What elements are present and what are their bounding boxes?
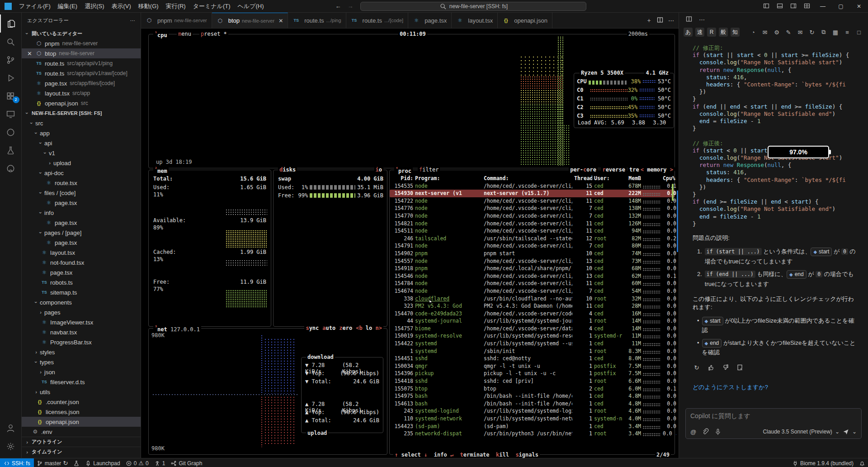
- process-row[interactable]: 154451sshdsshd: ced@notty1ced8.0M0.0: [390, 355, 675, 362]
- panel-toolbar-icon-0[interactable]: ◔: [749, 28, 758, 37]
- process-row[interactable]: 150019systemd-resolve/usr/lib/systemd/sy…: [390, 332, 675, 340]
- tab-openapi.json[interactable]: {}openapi.json: [498, 13, 552, 28]
- customize-layout-icon[interactable]: [800, 2, 814, 11]
- tree-file[interactable]: TSrobots.ts: [22, 277, 141, 287]
- problems-indicator[interactable]: 0 ⚠0: [123, 458, 151, 467]
- maximize-button[interactable]: ▢: [832, 0, 850, 13]
- split-editor-icon[interactable]: [656, 16, 664, 25]
- process-row[interactable]: 154902pnpmpnpm start10ced74M0.0: [390, 250, 675, 257]
- toggle-secondary-sidebar-icon[interactable]: [787, 2, 800, 11]
- activity-search[interactable]: [0, 33, 22, 51]
- tree-file[interactable]: ⚛not-found.tsx: [22, 257, 141, 267]
- process-row[interactable]: 154722node/home/ced/.vscode-server/cli/1…: [390, 197, 675, 205]
- timeline-section[interactable]: ›タイムライン: [22, 447, 141, 457]
- menu-2[interactable]: 選択(S): [81, 0, 108, 13]
- tree-folder[interactable]: ›files / [code]: [22, 188, 141, 198]
- ime-mode-button[interactable]: 般: [719, 28, 728, 37]
- open-editor-item[interactable]: ⚛page.tsxsrc/app/files/[code]: [22, 78, 141, 88]
- tree-file[interactable]: ⚛ImageViewer.tsx: [22, 317, 141, 327]
- tree-file[interactable]: {}licenses.json: [22, 407, 141, 417]
- activity-extensions[interactable]: 2: [0, 87, 22, 105]
- process-row[interactable]: 154757biome/home/ced/.vscode-server/data…: [390, 325, 675, 333]
- regenerate-icon[interactable]: ↻: [693, 363, 701, 372]
- process-row[interactable]: 154423(sd-pam)(sd-pam)1ced3.4M0.0: [390, 423, 675, 430]
- process-row[interactable]: 154975bash/bin/bash --init-file /home/c1…: [390, 392, 675, 400]
- menu-6[interactable]: ターミナル(T): [189, 0, 234, 13]
- process-row[interactable]: 154535node/home/ced/.vscode-server/cli/1…: [390, 182, 675, 190]
- tab-route.ts[interactable]: TSroute.ts.../ping: [288, 13, 346, 28]
- tree-file[interactable]: ⚙.env: [22, 427, 141, 437]
- net-toggle[interactable]: sync: [306, 325, 319, 331]
- tab-route.ts[interactable]: TSroute.ts.../[code]: [346, 13, 409, 28]
- net-b-selector[interactable]: <b lo n>: [356, 325, 382, 331]
- btop-interval[interactable]: 2000ms: [627, 31, 649, 37]
- process-row[interactable]: 154470code-e249dada23/home/ced/.vscode-s…: [390, 310, 675, 318]
- editor-scrollbar[interactable]: [677, 191, 678, 252]
- tab-btop[interactable]: ⬡btopnew-file-server✕: [212, 13, 288, 28]
- process-row[interactable]: 155075btopbtop2ced6.0M0.1: [390, 385, 675, 393]
- tab-page.tsx[interactable]: ⚛page.tsx: [408, 13, 452, 28]
- proc-footer-key[interactable]: ↑ select: [395, 452, 424, 458]
- new-terminal-tab-icon[interactable]: ＋: [646, 16, 652, 24]
- process-row[interactable]: 154613bash/bin/bash --init-file /home/c1…: [390, 400, 675, 408]
- close-editor-icon[interactable]: ✕: [27, 50, 33, 57]
- tree-file[interactable]: TSsitemap.ts: [22, 287, 141, 297]
- tree-folder[interactable]: ›pages / [page]: [22, 228, 141, 238]
- proc-reverse-button[interactable]: reverse: [601, 167, 627, 173]
- tree-folder[interactable]: ›v1: [22, 148, 141, 158]
- tab-close-icon[interactable]: ✕: [278, 18, 283, 24]
- tree-folder[interactable]: ›upload: [22, 158, 141, 168]
- ime-mode-button[interactable]: 速: [695, 28, 704, 37]
- tree-folder[interactable]: ›json: [22, 367, 141, 377]
- panel-toolbar-icon-3[interactable]: ✎: [784, 28, 793, 37]
- open-editor-item[interactable]: {}openapi.jsonsrc: [22, 98, 141, 108]
- proc-footer-key[interactable]: kill: [496, 452, 515, 458]
- ime-mode-button[interactable]: あ: [684, 28, 693, 37]
- tree-file[interactable]: ⚛page.tsx: [22, 198, 141, 208]
- btop-terminal[interactable]: ¹cpu menu preset * 00:11:09 2000ms up 3d…: [141, 29, 679, 458]
- process-row[interactable]: 154557node/home/ced/.vscode-server/cli/1…: [390, 257, 675, 265]
- proc-scrollbar[interactable]: [672, 184, 674, 201]
- activity-source-control[interactable]: [0, 51, 22, 69]
- panel-toolbar-icon-7[interactable]: ▦: [831, 28, 840, 37]
- model-picker-chevron-icon[interactable]: ⌄: [835, 429, 840, 435]
- followup-suggestion[interactable]: どのようにテストしますか?: [693, 383, 856, 391]
- back-icon[interactable]: ←: [335, 3, 341, 10]
- process-row[interactable]: 154784node/home/ced/.vscode-server/cli/1…: [390, 280, 675, 287]
- mention-icon[interactable]: @: [690, 429, 696, 435]
- process-row[interactable]: 1systemd/sbin/init1root8.3M0.0: [390, 348, 675, 355]
- tree-folder[interactable]: ›styles: [22, 347, 141, 357]
- panel-more-icon[interactable]: ⋯: [699, 16, 705, 23]
- tree-file[interactable]: ⚛route.tsx: [22, 178, 141, 188]
- process-row[interactable]: 154791node/home/ced/.vscode-server/cli/7…: [390, 242, 675, 250]
- editor-more-actions-icon[interactable]: ⋯: [668, 17, 674, 24]
- tree-folder[interactable]: ›app: [22, 128, 141, 138]
- btop-menu-button[interactable]: menu: [177, 31, 193, 37]
- panel-split-icon[interactable]: [685, 15, 693, 24]
- notifications-bell[interactable]: [856, 458, 868, 467]
- minimize-button[interactable]: —: [814, 0, 832, 13]
- forward-icon[interactable]: →: [347, 3, 353, 10]
- proc-footer-key[interactable]: terminate: [460, 452, 496, 458]
- menu-1[interactable]: 編集(E): [54, 0, 81, 13]
- toggle-panel-icon[interactable]: [773, 2, 787, 11]
- activity-github[interactable]: [0, 159, 22, 177]
- proc-footer-key[interactable]: ↓ info: [424, 452, 450, 458]
- biome-status[interactable]: Biome 1.9.4 (bundled): [789, 458, 856, 467]
- process-row[interactable]: 154546node/home/ced/.vscode-server/cli/1…: [390, 272, 675, 280]
- activity-testing[interactable]: [0, 141, 22, 159]
- ime-mode-button[interactable]: R: [707, 28, 716, 37]
- process-row[interactable]: 110systemd-network/usr/lib/systemd/syste…: [390, 415, 675, 423]
- proc-footer-key[interactable]: ↵: [450, 452, 460, 458]
- process-row[interactable]: 154674node/home/ced/.vscode-server/cli/7…: [390, 287, 675, 295]
- activity-explorer[interactable]: [0, 14, 22, 33]
- tree-file[interactable]: ⚛ProgressBar.tsx: [22, 337, 141, 347]
- thumbs-up-icon[interactable]: [707, 363, 715, 372]
- open-editor-item[interactable]: TSroute.tssrc/app/api/v1/ping: [22, 58, 141, 68]
- activity-run-debug[interactable]: [0, 69, 22, 87]
- remote-indicator[interactable]: SSH: fs: [0, 458, 34, 467]
- activity-remote-explorer[interactable]: [0, 105, 22, 123]
- model-picker[interactable]: Claude 3.5 Sonnet (Preview): [763, 429, 832, 435]
- tree-file[interactable]: {}openapi.json: [22, 417, 141, 427]
- tree-file[interactable]: TSfileserver.d.ts: [22, 377, 141, 387]
